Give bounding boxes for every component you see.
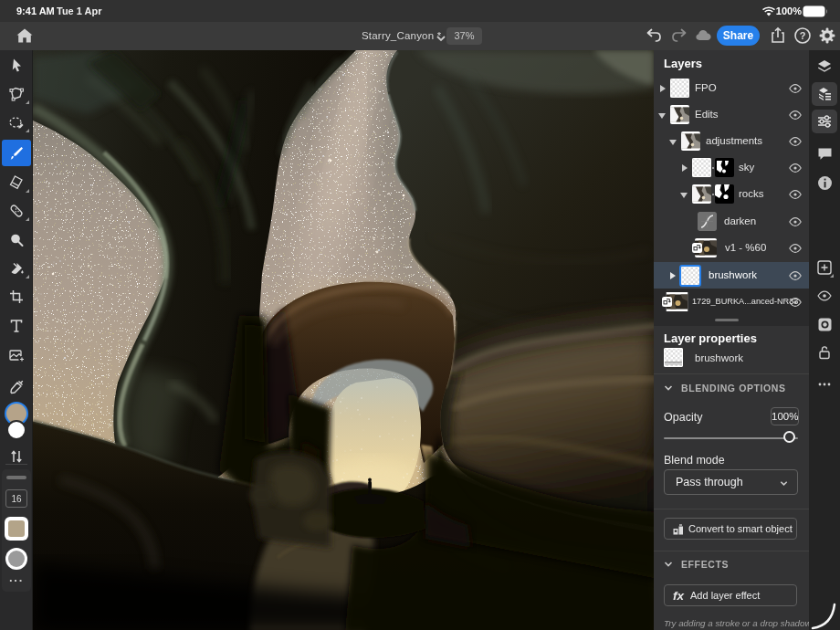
svg-text:?: ? (800, 30, 806, 41)
